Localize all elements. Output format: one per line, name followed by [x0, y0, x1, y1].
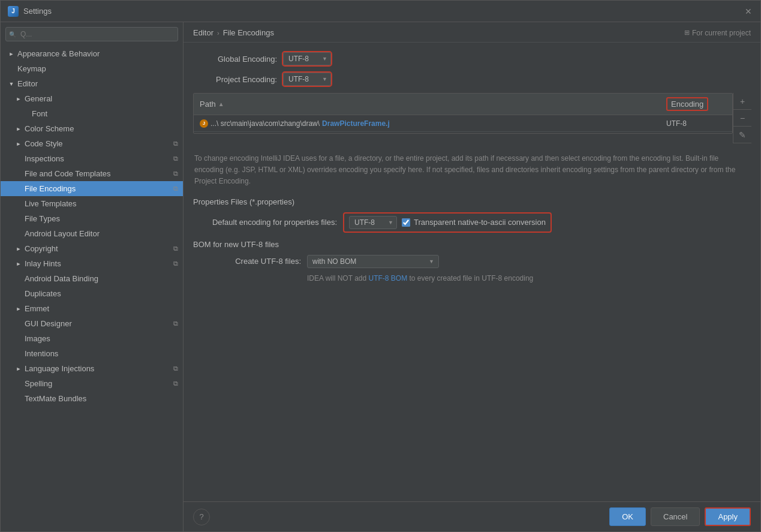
- project-encoding-select[interactable]: UTF-8: [283, 73, 331, 86]
- sidebar-item-duplicates[interactable]: Duplicates: [1, 286, 183, 301]
- sidebar-item-label: File Types: [25, 214, 60, 223]
- file-encoding-cell: UTF-8: [660, 117, 732, 130]
- title-bar: J Settings ✕: [1, 1, 760, 22]
- properties-encoding-row: Default encoding for properties files: U…: [193, 212, 751, 233]
- global-encoding-row: Global Encoding: UTF-8: [193, 52, 751, 65]
- bom-info-link[interactable]: UTF-8 BOM: [368, 274, 407, 282]
- sidebar-item-label: Code Style: [25, 139, 63, 148]
- properties-encoding-select-wrapper: UTF-8: [349, 216, 397, 229]
- table-body: J ...\ src\main\java\com\zhang\draw\Draw…: [194, 115, 732, 132]
- sidebar-item-file-code-templates[interactable]: File and Code Templates ⧉: [1, 166, 183, 181]
- project-label: For current project: [692, 29, 751, 37]
- description-text: To change encoding IntelliJ IDEA uses fo…: [193, 153, 751, 188]
- copy-icon: ⧉: [173, 185, 178, 193]
- arrow-icon: [8, 50, 15, 58]
- table-action-buttons: + − ✎: [733, 93, 751, 143]
- sidebar-list: Appearance & Behavior Keymap Editor Gene…: [1, 46, 183, 531]
- sidebar-item-spelling[interactable]: Spelling ⧉: [1, 376, 183, 391]
- properties-section-title: Properties Files (*.properties): [193, 197, 751, 206]
- bom-create-select[interactable]: with NO BOM: [307, 255, 439, 268]
- sidebar-item-android-layout-editor[interactable]: Android Layout Editor: [1, 226, 183, 241]
- sidebar-item-copyright[interactable]: Copyright ⧉: [1, 241, 183, 256]
- sidebar-item-textmate-bundles[interactable]: TextMate Bundles: [1, 391, 183, 406]
- bom-create-label: Create UTF-8 files:: [193, 257, 301, 266]
- sort-arrow-icon: ▲: [218, 101, 224, 107]
- sidebar-item-label: Copyright: [25, 244, 58, 253]
- window-title: Settings: [23, 7, 744, 16]
- global-encoding-label: Global Encoding:: [193, 55, 277, 64]
- bom-select-wrapper: with NO BOM: [307, 255, 439, 268]
- ok-button[interactable]: OK: [609, 507, 646, 526]
- sidebar-item-live-templates[interactable]: Live Templates: [1, 196, 183, 211]
- copy-icon: ⧉: [173, 245, 178, 253]
- sidebar-item-label: Font: [32, 109, 47, 118]
- sidebar-item-label: Duplicates: [25, 289, 61, 298]
- sidebar-item-file-encodings[interactable]: File Encodings ⧉: [1, 181, 183, 196]
- main-content: Global Encoding: UTF-8 Project Encoding:…: [184, 43, 760, 501]
- edit-row-button[interactable]: ✎: [733, 127, 751, 143]
- project-icon: ⊞: [684, 29, 690, 37]
- sidebar-item-android-data-binding[interactable]: Android Data Binding: [1, 271, 183, 286]
- transparent-conversion-checkbox[interactable]: [402, 218, 410, 227]
- sidebar-item-label: Android Layout Editor: [25, 229, 100, 238]
- settings-window: J Settings ✕ Appearance & Behavior: [0, 0, 761, 532]
- sidebar-item-intentions[interactable]: Intentions: [1, 346, 183, 361]
- sidebar-item-inspections[interactable]: Inspections ⧉: [1, 151, 183, 166]
- sidebar-item-label: Spelling: [25, 379, 52, 388]
- sidebar-item-general[interactable]: General: [1, 91, 183, 106]
- sidebar-item-font[interactable]: Font: [1, 106, 183, 121]
- sidebar-item-label: Images: [25, 334, 50, 343]
- search-input[interactable]: [5, 27, 178, 41]
- global-encoding-select[interactable]: UTF-8: [283, 52, 331, 65]
- arrow-icon: [15, 140, 22, 148]
- sidebar-item-code-style[interactable]: Code Style ⧉: [1, 136, 183, 151]
- project-encoding-select-wrapper: UTF-8: [283, 73, 331, 86]
- sidebar-item-gui-designer[interactable]: GUI Designer ⧉: [1, 316, 183, 331]
- sidebar-item-emmet[interactable]: Emmet: [1, 301, 183, 316]
- bom-info-suffix: to every created file in UTF-8 encoding: [407, 274, 533, 282]
- project-encoding-row: Project Encoding: UTF-8: [193, 73, 751, 86]
- col-path-label: Path: [200, 100, 216, 109]
- sidebar-item-label: Live Templates: [25, 199, 76, 208]
- java-file-icon: J: [200, 119, 208, 128]
- remove-row-button[interactable]: −: [733, 110, 751, 127]
- apply-button[interactable]: Apply: [705, 507, 751, 526]
- sidebar-item-label: Language Injections: [25, 364, 94, 373]
- properties-encoding-select[interactable]: UTF-8: [349, 216, 397, 229]
- add-row-button[interactable]: +: [733, 93, 751, 110]
- sidebar-item-color-scheme[interactable]: Color Scheme: [1, 121, 183, 136]
- sidebar-item-inlay-hints[interactable]: Inlay Hints ⧉: [1, 256, 183, 271]
- sidebar-item-label: Color Scheme: [25, 124, 74, 133]
- sidebar-item-keymap[interactable]: Keymap: [1, 61, 183, 76]
- table-row[interactable]: J ...\ src\main\java\com\zhang\draw\Draw…: [194, 115, 732, 132]
- arrow-icon: [15, 305, 22, 312]
- bom-section: BOM for new UTF-8 files Create UTF-8 fil…: [193, 240, 751, 284]
- sidebar-item-language-injections[interactable]: Language Injections ⧉: [1, 361, 183, 376]
- sidebar-item-file-types[interactable]: File Types: [1, 211, 183, 226]
- sidebar-item-label: GUI Designer: [25, 319, 72, 328]
- copy-icon: ⧉: [173, 320, 178, 327]
- bom-create-row: Create UTF-8 files: with NO BOM: [193, 255, 751, 268]
- properties-encoding-label: Default encoding for properties files:: [193, 218, 337, 227]
- sidebar-item-appearance[interactable]: Appearance & Behavior: [1, 46, 183, 61]
- sidebar-item-label: Appearance & Behavior: [17, 49, 100, 58]
- file-path-cell: J ...\ src\main\java\com\zhang\draw\Draw…: [194, 117, 660, 130]
- sidebar-item-images[interactable]: Images: [1, 331, 183, 346]
- sidebar-item-editor[interactable]: Editor: [1, 76, 183, 91]
- path-file: DrawPictureFrame.j: [322, 119, 390, 128]
- sidebar-item-label: Inlay Hints: [25, 259, 61, 268]
- arrow-icon: [15, 260, 22, 267]
- sidebar-item-label: TextMate Bundles: [25, 394, 86, 403]
- sidebar-item-label: Editor: [17, 79, 38, 88]
- footer: ? OK Cancel Apply: [184, 501, 760, 531]
- arrow-icon: [15, 245, 22, 253]
- file-encoding-value: UTF-8: [666, 119, 687, 128]
- col-path-header: Path ▲: [194, 94, 660, 115]
- file-table-container: Path ▲ Encoding: [193, 93, 751, 143]
- properties-encoding-highlighted: UTF-8 Transparent native-to-ascii conver…: [343, 212, 552, 233]
- bom-info-prefix: IDEA will NOT add: [307, 274, 368, 282]
- help-button[interactable]: ?: [193, 509, 210, 525]
- close-button[interactable]: ✕: [744, 7, 753, 16]
- footer-buttons: OK Cancel Apply: [609, 507, 751, 526]
- cancel-button[interactable]: Cancel: [651, 507, 700, 526]
